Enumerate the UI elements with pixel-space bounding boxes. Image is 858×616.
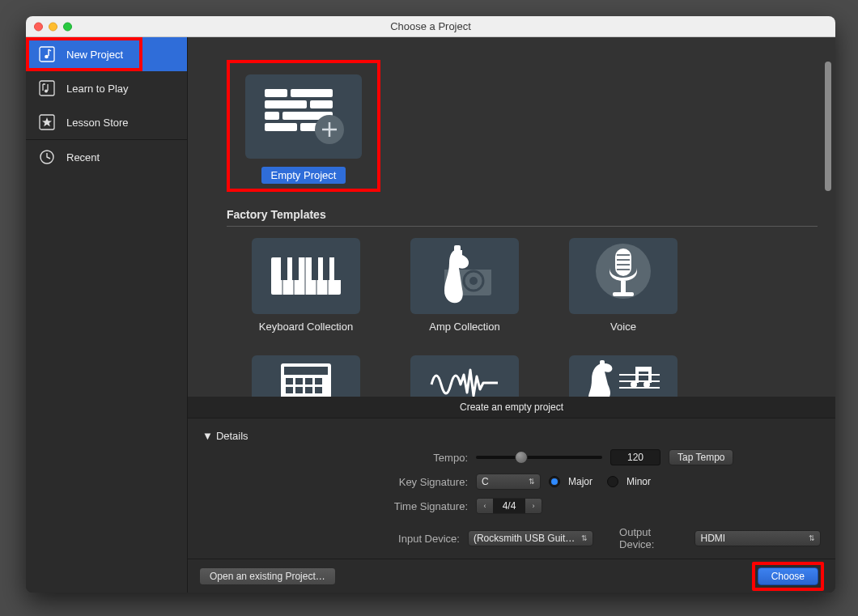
svg-rect-40: [284, 367, 328, 375]
svg-rect-44: [315, 378, 322, 384]
svg-point-1: [45, 55, 49, 59]
tempo-slider[interactable]: [476, 456, 602, 459]
svg-rect-17: [292, 257, 299, 280]
open-existing-project-button[interactable]: Open an existing Project…: [199, 567, 336, 585]
time-signature-value: 4/4: [493, 499, 525, 513]
svg-rect-6: [265, 89, 287, 97]
microphone-icon: [569, 238, 677, 314]
details-toggle[interactable]: ▼ Details: [202, 430, 248, 442]
svg-point-53: [631, 381, 637, 388]
template-keyboard-collection[interactable]: Keyboard Collection: [227, 238, 385, 333]
chevron-updown-icon: ⇅: [529, 478, 535, 486]
svg-rect-12: [265, 123, 297, 131]
template-empty-project[interactable]: Empty Project: [235, 74, 372, 184]
tempo-slider-knob[interactable]: [515, 451, 528, 464]
divider: [227, 226, 818, 227]
svg-point-29: [469, 277, 478, 285]
svg-rect-34: [613, 292, 634, 296]
scrollbar[interactable]: [824, 62, 832, 288]
main: Empty Project Factory Templates: [188, 37, 835, 593]
svg-rect-30: [454, 245, 461, 253]
key-signature-label: Key Signature:: [202, 476, 468, 488]
sidebar-item-lesson-store[interactable]: Lesson Store: [26, 105, 187, 139]
tempo-value-field[interactable]: 120: [610, 449, 660, 465]
svg-rect-9: [310, 100, 333, 108]
svg-rect-8: [265, 100, 307, 108]
clock-icon: [37, 147, 57, 167]
template-label: Keyboard Collection: [227, 321, 385, 333]
output-device-value: HDMI: [700, 533, 725, 544]
template-partial-1[interactable]: [227, 355, 385, 397]
major-radio-label: Major: [568, 476, 593, 487]
svg-rect-7: [291, 89, 333, 97]
svg-rect-33: [621, 281, 626, 294]
sidebar-item-recent[interactable]: Recent: [26, 140, 187, 174]
template-amp-collection[interactable]: Amp Collection: [385, 238, 544, 333]
minor-radio-label: Minor: [627, 476, 651, 487]
star-icon: [37, 113, 57, 132]
svg-rect-47: [305, 387, 312, 393]
highlight-choose: Choose: [752, 562, 824, 591]
input-device-select[interactable]: (Rocksmith USB Guit… ⇅: [468, 530, 594, 546]
time-signature-label: Time Signature:: [202, 500, 468, 512]
svg-rect-46: [295, 387, 303, 393]
input-device-value: (Rocksmith USB Guit…: [474, 533, 575, 544]
keyboard-icon: [252, 238, 360, 314]
body: New Project Learn to Play Lesson Store R: [26, 37, 835, 593]
description-text: Create an empty project: [460, 401, 563, 413]
svg-rect-16: [281, 257, 287, 280]
template-partial-3[interactable]: [544, 355, 703, 397]
svg-rect-19: [323, 257, 329, 280]
tutorial-icon: [37, 79, 57, 98]
templates-grid: Keyboard Collection: [227, 238, 796, 397]
sidebar-item-new-project[interactable]: New Project: [26, 37, 187, 71]
sidebar: New Project Learn to Play Lesson Store R: [26, 37, 188, 593]
tap-tempo-button[interactable]: Tap Tempo: [669, 449, 733, 465]
template-label: Amp Collection: [385, 321, 544, 333]
waveform-icon: [410, 355, 519, 397]
minor-radio[interactable]: [607, 476, 618, 487]
drum-machine-icon: [252, 355, 360, 397]
key-select-value: C: [482, 476, 489, 487]
disclosure-triangle-icon: ▼: [202, 430, 213, 442]
details-panel: ▼ Details Tempo: 120 Tap Tempo Key Signa…: [188, 418, 835, 559]
svg-rect-45: [286, 387, 293, 393]
stepper-up[interactable]: ›: [525, 499, 542, 513]
music-note-icon: [37, 45, 57, 64]
details-label: Details: [216, 430, 248, 442]
template-partial-2[interactable]: [385, 355, 544, 397]
key-select[interactable]: C ⇅: [476, 474, 541, 490]
titlebar: Choose a Project: [26, 16, 835, 37]
output-device-select[interactable]: HDMI ⇅: [694, 530, 821, 546]
sidebar-item-label: Recent: [66, 151, 100, 164]
empty-project-tile-icon: [245, 74, 362, 159]
output-device-label: Output Device:: [619, 526, 686, 550]
templates-scroll: Empty Project Factory Templates: [188, 37, 835, 397]
svg-rect-41: [286, 378, 293, 384]
highlight-empty-project: Empty Project: [227, 60, 380, 192]
time-signature-stepper[interactable]: ‹ 4/4 ›: [476, 498, 542, 514]
sidebar-item-label: New Project: [66, 49, 123, 61]
sidebar-item-label: Lesson Store: [66, 117, 129, 129]
major-radio[interactable]: [549, 476, 560, 487]
sidebar-item-label: Learn to Play: [66, 83, 129, 95]
svg-rect-43: [305, 378, 312, 384]
songwriter-icon: [569, 355, 677, 397]
sidebar-item-learn-to-play[interactable]: Learn to Play: [26, 71, 187, 105]
svg-rect-32: [615, 249, 631, 276]
svg-point-3: [45, 90, 48, 93]
empty-project-label: Empty Project: [261, 167, 346, 184]
stepper-down[interactable]: ‹: [477, 499, 493, 513]
input-device-label: Input Device:: [202, 533, 460, 545]
zoom-window-button[interactable]: [63, 22, 72, 31]
close-window-button[interactable]: [34, 22, 43, 31]
tempo-label: Tempo:: [202, 452, 468, 464]
svg-rect-18: [312, 257, 318, 280]
template-voice[interactable]: Voice: [544, 238, 703, 333]
choose-button[interactable]: Choose: [758, 567, 818, 585]
chevron-updown-icon: ⇅: [581, 535, 588, 542]
minimize-window-button[interactable]: [49, 22, 57, 31]
scroll-thumb[interactable]: [825, 62, 831, 191]
template-label: Voice: [544, 321, 703, 333]
amp-icon: [410, 238, 519, 314]
